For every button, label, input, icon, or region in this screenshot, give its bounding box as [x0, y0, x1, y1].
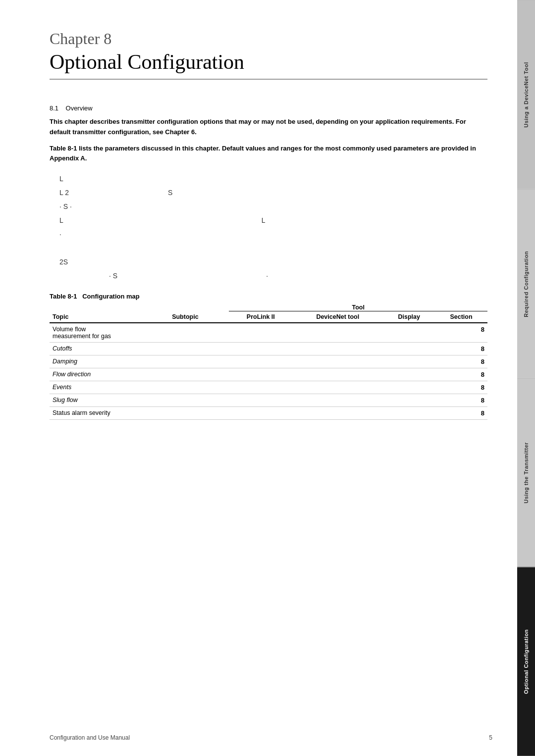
col-topic: Topic [50, 311, 169, 323]
cell-display [383, 381, 435, 394]
cell-display [383, 323, 435, 343]
table-row: Events8 [50, 381, 487, 394]
table-row: Cutoffs8 [50, 343, 487, 355]
cell-subtopic [169, 323, 229, 343]
table-row: Damping8 [50, 355, 487, 368]
cell-devicenet [292, 343, 383, 355]
cell-devicenet [292, 368, 383, 381]
cell-subtopic [169, 407, 229, 420]
cell-display [383, 343, 435, 355]
table-caption-text: Configuration map [82, 293, 140, 300]
cell-topic: Damping [50, 355, 169, 368]
cell-devicenet [292, 355, 383, 368]
cell-section: 8 [435, 368, 487, 381]
symbol-line-5: · [59, 227, 487, 241]
page-footer: Configuration and Use Manual 5 [50, 734, 492, 741]
symbol-line-3: · S · [59, 200, 487, 213]
configuration-table: Tool Topic Subtopic ProLink II DeviceNet… [50, 304, 487, 420]
tool-group-header: Tool [229, 304, 487, 311]
symbol-line-7: · S · [59, 269, 487, 283]
intro-paragraph-2: Table 8-1 lists the parameters discussed… [50, 144, 487, 164]
cell-topic: Slug flow [50, 394, 169, 407]
cell-section: 8 [435, 381, 487, 394]
cell-prolink [229, 394, 292, 407]
symbol-line-6: 2S [59, 255, 487, 269]
col-prolink: ProLink II [229, 311, 292, 323]
cell-display [383, 355, 435, 368]
cell-topic: Volume flow measurement for gas [50, 323, 169, 343]
symbol-line-1: L [59, 172, 487, 186]
table-caption-label: Table 8-1 [50, 293, 77, 300]
cell-prolink [229, 323, 292, 343]
table-row: Volume flow measurement for gas8 [50, 323, 487, 343]
table-row: Flow direction8 [50, 368, 487, 381]
cell-devicenet [292, 394, 383, 407]
cell-section: 8 [435, 343, 487, 355]
table-caption: Table 8-1 Configuration map [50, 293, 487, 300]
cell-topic: Events [50, 381, 169, 394]
cell-devicenet [292, 381, 383, 394]
cell-section: 8 [435, 394, 487, 407]
cell-subtopic [169, 343, 229, 355]
cell-topic: Status alarm severity [50, 407, 169, 420]
cell-subtopic [169, 368, 229, 381]
section-number: 8.1 Overview [50, 104, 487, 112]
sidebar-tab-required-config[interactable]: Required Configuration [517, 189, 535, 378]
sidebar-tab-devicenet[interactable]: Using a DeviceNet Tool [517, 0, 535, 189]
sidebar-tab-using-transmitter[interactable]: Using the Transmitter [517, 378, 535, 567]
symbol-line-4: L L [59, 213, 487, 227]
col-section: Section [435, 311, 487, 323]
symbol-area: L L 2 S · S · L L · 2S · S · [59, 172, 487, 283]
chapter-label: Chapter 8 Optional Configuration [50, 30, 487, 80]
cell-display [383, 407, 435, 420]
cell-devicenet [292, 407, 383, 420]
cell-display [383, 368, 435, 381]
symbol-line-2: L 2 S [59, 186, 487, 200]
sidebar-tab-optional-config[interactable]: Optional Configuration [517, 567, 535, 756]
chapter-prefix: Chapter 8 [50, 30, 487, 48]
cell-subtopic [169, 355, 229, 368]
cell-prolink [229, 407, 292, 420]
col-devicenet: DeviceNet tool [292, 311, 383, 323]
footer-right: 5 [489, 734, 492, 741]
cell-section: 8 [435, 323, 487, 343]
cell-subtopic [169, 381, 229, 394]
col-subtopic: Subtopic [169, 311, 229, 323]
cell-prolink [229, 355, 292, 368]
cell-prolink [229, 368, 292, 381]
cell-section: 8 [435, 355, 487, 368]
cell-prolink [229, 343, 292, 355]
cell-section: 8 [435, 407, 487, 420]
sidebar-tabs: Using a DeviceNet Tool Required Configur… [517, 0, 535, 756]
cell-subtopic [169, 394, 229, 407]
table-row: Status alarm severity8 [50, 407, 487, 420]
cell-prolink [229, 381, 292, 394]
intro-paragraph-1: This chapter describes transmitter confi… [50, 117, 487, 138]
footer-left: Configuration and Use Manual [50, 734, 130, 741]
cell-topic: Cutoffs [50, 343, 169, 355]
main-content: Chapter 8 Optional Configuration 8.1 Ove… [0, 0, 517, 756]
table-row: Slug flow8 [50, 394, 487, 407]
cell-devicenet [292, 323, 383, 343]
col-display: Display [383, 311, 435, 323]
chapter-title: Optional Configuration [50, 50, 487, 80]
cell-display [383, 394, 435, 407]
cell-topic: Flow direction [50, 368, 169, 381]
